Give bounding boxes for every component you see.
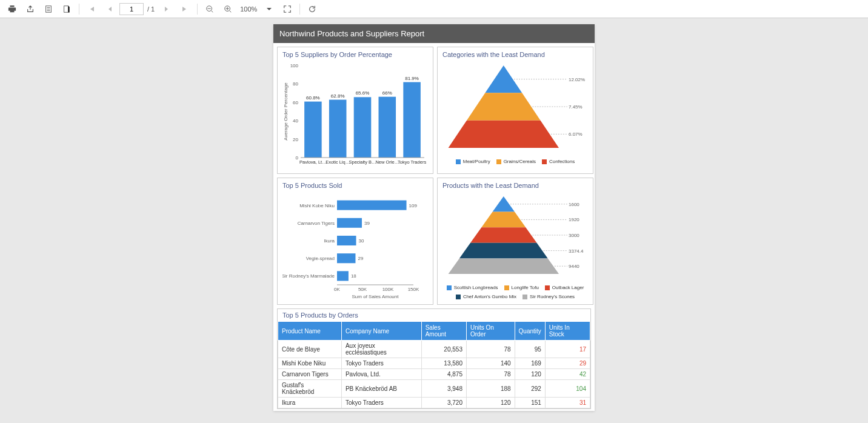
table-row: Mishi Kobe NikuTokyo Traders 13,580140 1… [278,358,590,369]
next-page-icon[interactable] [158,2,175,16]
refresh-icon[interactable] [304,2,321,16]
report-title: Northwind Products and Suppliers Report [273,24,595,43]
svg-text:0K: 0K [334,287,340,292]
print-icon[interactable] [4,2,21,16]
svg-marker-69 [449,258,559,274]
svg-text:Tokyo Traders: Tokyo Traders [398,159,426,165]
svg-text:60: 60 [293,100,298,105]
prev-page-icon[interactable] [101,2,118,16]
parameters-icon[interactable] [58,2,75,16]
svg-text:9440: 9440 [569,264,579,269]
svg-text:100K: 100K [382,287,394,292]
zoom-out-icon[interactable] [201,2,218,16]
legend-item: Sir Rodney's Scones [522,294,575,299]
svg-marker-66 [459,243,548,259]
legend-item: Meat/Poultry [456,159,490,164]
svg-text:50K: 50K [358,287,367,292]
svg-rect-20 [379,97,396,158]
svg-text:Carnarvon Tigers: Carnarvon Tigers [298,221,335,226]
svg-rect-36 [337,201,407,210]
panel-title: Categories with the Least Demand [442,51,588,58]
legend-item: Grains/Cereals [496,159,536,164]
svg-rect-39 [337,218,362,228]
svg-text:0: 0 [296,155,299,161]
chart-top-suppliers: 020406080100Average Order Percentage60.8… [282,61,428,170]
svg-text:81.9%: 81.9% [405,76,419,81]
export-icon[interactable] [22,2,39,16]
svg-rect-42 [337,236,356,245]
panel-title: Products with the Least Demand [442,182,588,189]
table-row: IkuraTokyo Traders 3,720120 15131 [278,398,590,408]
svg-rect-1 [64,5,68,12]
svg-text:65.6%: 65.6% [356,90,370,96]
table-header: Quantity [515,322,545,341]
first-page-icon[interactable] [83,2,100,16]
table-header: Units In Stock [545,322,590,341]
svg-text:30: 30 [359,238,364,244]
svg-text:Sir Rodney's Marmalade: Sir Rodney's Marmalade [282,273,335,279]
svg-text:Mishi Kobe Niku: Mishi Kobe Niku [299,203,335,208]
legend-item: Longlife Tofu [504,285,539,290]
legend-item: Outback Lager [545,285,584,290]
separator [299,4,300,15]
panel-top-suppliers: Top 5 Suppliers by Order Percentage 0204… [277,47,433,174]
svg-rect-11 [304,102,322,158]
svg-text:New Orle…: New Orle… [375,159,399,165]
svg-text:Pavlova, Lt…: Pavlova, Lt… [299,159,327,165]
table-row: Carnarvon TigersPavlova, Ltd. 4,87578 12… [278,369,590,380]
separator [197,4,198,15]
table-row: Côte de BlayeAux joyeux ecclésiastiques … [278,341,590,358]
orders-table: Product NameCompany NameSales AmountUnit… [278,321,590,408]
svg-text:Exotic Liq…: Exotic Liq… [326,159,350,165]
svg-text:100: 100 [290,63,299,68]
report-toolbar: / 1 100% [0,0,868,18]
report-viewport[interactable]: Northwind Products and Suppliers Report … [0,18,868,423]
svg-rect-45 [337,253,355,263]
svg-text:66%: 66% [382,90,392,96]
table-header: Company Name [341,322,421,341]
svg-text:Specialty B…: Specialty B… [349,159,376,165]
svg-text:109: 109 [409,203,418,208]
svg-text:6.07%: 6.07% [569,132,583,137]
svg-marker-30 [467,93,541,120]
zoom-dropdown-icon[interactable] [261,2,278,16]
svg-text:62.8%: 62.8% [331,93,345,99]
svg-text:20: 20 [293,137,298,142]
document-map-icon[interactable] [40,2,57,16]
svg-text:Sum of Sales Amount: Sum of Sales Amount [352,294,399,299]
zoom-in-icon[interactable] [219,2,236,16]
legend-item: Confections [542,159,575,164]
svg-text:29: 29 [358,256,363,261]
panel-products-sold: Top 5 Products Sold 109Mishi Kobe Niku39… [277,178,433,305]
svg-rect-14 [329,100,347,158]
svg-text:80: 80 [293,81,298,87]
legend-categories-low: Meat/PoultryGrains/CerealsConfections [442,159,588,164]
report-page: Northwind Products and Suppliers Report … [273,24,595,411]
report-body: Top 5 Suppliers by Order Percentage 0204… [273,43,595,413]
fullscreen-icon[interactable] [279,2,296,16]
last-page-icon[interactable] [176,2,193,16]
svg-text:1920: 1920 [569,217,579,222]
page-number-input[interactable] [119,3,144,15]
svg-text:60.8%: 60.8% [306,95,320,101]
separator [79,4,79,15]
table-header: Product Name [278,322,342,341]
chart-categories-low: 12.02%7.45%6.07% [442,61,588,156]
table-header: Units On Order [466,322,515,341]
svg-text:18: 18 [351,273,356,279]
panel-top-orders: Top 5 Products by Orders Product NameCom… [277,308,591,409]
svg-marker-60 [481,212,526,228]
svg-rect-17 [354,97,372,158]
svg-text:Vegie-spread: Vegie-spread [306,256,335,261]
table-row: Gustaf's KnäckebrödPB Knäckebröd AB 3,94… [278,380,590,398]
svg-text:Ikura: Ikura [324,238,335,244]
legend-products-low: Scottish LongbreadsLonglife TofuOutback … [442,285,588,299]
panel-title: Top 5 Products by Orders [278,309,590,321]
svg-rect-48 [337,271,349,281]
panel-title: Top 5 Suppliers by Order Percentage [282,51,428,58]
legend-item: Chef Anton's Gumbo Mix [456,294,516,299]
panel-categories-low: Categories with the Least Demand 12.02%7… [437,47,593,174]
svg-text:1600: 1600 [569,202,579,207]
svg-text:3374.4: 3374.4 [569,248,584,254]
panel-title: Top 5 Products Sold [282,182,428,189]
